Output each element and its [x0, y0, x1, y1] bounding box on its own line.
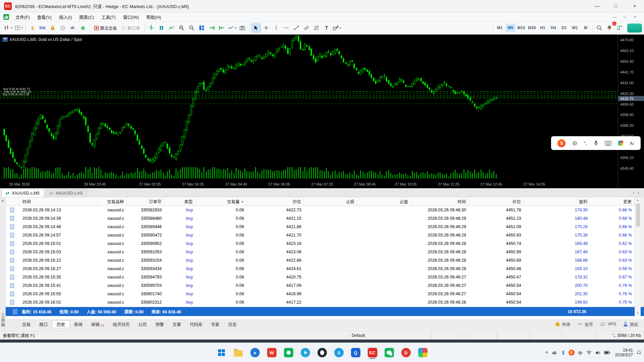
sogou-logo-icon[interactable]: S	[557, 139, 565, 147]
menu-item-4[interactable]: 工具(T)	[98, 12, 119, 21]
trade-levels-button[interactable]	[146, 23, 156, 33]
ime-language-toggle[interactable]: 中	[572, 140, 577, 147]
toolbox-tab-10[interactable]: 专家	[207, 320, 224, 328]
taskbar-app-wechat[interactable]	[384, 347, 395, 358]
vertical-line-tool-button[interactable]	[271, 23, 281, 33]
keyboard-icon[interactable]	[605, 141, 611, 146]
history-row[interactable]: 2026.03.26 09:15:41xauusd.c335599703buy0…	[6, 281, 635, 290]
column-header-9[interactable]: 价位	[469, 197, 524, 206]
column-header-4[interactable]: 交易量▲	[196, 197, 247, 206]
taskbar-app-wps[interactable]: W	[266, 347, 278, 358]
mdi-close-button[interactable]: ×	[631, 13, 639, 20]
chart-canvas[interactable]	[0, 35, 618, 188]
tile-windows-button[interactable]	[197, 23, 207, 33]
notification-center-icon[interactable]	[637, 350, 641, 355]
horizontal-line-tool-button[interactable]	[281, 23, 291, 33]
bluetooth-icon[interactable]	[561, 350, 565, 355]
crosshair-tool-button[interactable]	[261, 23, 271, 33]
toolbox-tab-signals[interactable]: 信号	[578, 321, 593, 327]
tab-scroll-left-icon[interactable]: ‹	[633, 190, 635, 195]
timeframe-m30[interactable]: M30	[527, 24, 537, 32]
ime-ai-button[interactable]: Aı	[630, 141, 634, 146]
screenshot-button[interactable]	[237, 23, 247, 33]
taskbar-app-telegram[interactable]	[300, 347, 311, 358]
chart-plot[interactable]: XAUUSD.c,M5: Gold vs US Dollar / Spot bu…	[0, 35, 618, 188]
timeframe-h1[interactable]: H1	[538, 24, 548, 32]
toolbox-tab-11[interactable]: 日志	[224, 320, 241, 328]
channel-tool-button[interactable]	[301, 23, 311, 33]
toolbox-tab-7[interactable]: 预警	[151, 320, 168, 328]
ime-punctuation-toggle[interactable]: °,	[584, 140, 587, 146]
timeframe-m15[interactable]: M15	[516, 24, 526, 32]
column-header-5[interactable]: 价位	[247, 197, 304, 206]
mdi-restore-button[interactable]: □	[621, 13, 629, 20]
text-tool-button[interactable]: T	[321, 23, 332, 33]
history-row[interactable]: 2026.03.26 09:14:39xauusd.c335588480buy0…	[6, 214, 635, 223]
timeframe-h4[interactable]: H4	[548, 24, 558, 32]
history-row[interactable]: 2026.03.26 09:15:55xauusd.c335601740buy0…	[6, 290, 635, 298]
toolbox-tab-0[interactable]: 交易	[18, 320, 35, 328]
column-header-7[interactable]: 止盈	[357, 197, 411, 206]
microphone-icon[interactable]	[594, 140, 598, 146]
auto-scroll-button[interactable]	[207, 23, 217, 33]
price-axis[interactable]: 4473.804463.104452.404441.704431.004420.…	[618, 35, 644, 188]
taskbar-app-blue[interactable]: Q	[350, 347, 361, 358]
toolbox-close-icon[interactable]: ×	[1, 199, 4, 203]
floating-teal-widget[interactable]	[627, 23, 642, 33]
taskbar-windows-logo[interactable]	[216, 347, 227, 358]
timeframe-m5[interactable]: M5	[505, 24, 515, 32]
history-row[interactable]: 2026.03.26 09:14:57xauusd.c335590472buy0…	[6, 231, 635, 240]
history-row[interactable]: 2026.03.26 09:15:35xauusd.c335594793buy0…	[6, 273, 635, 281]
timeframe-m1[interactable]: M1	[495, 24, 505, 32]
menu-item-0[interactable]: 文件(F)	[12, 12, 34, 21]
taskbar-app-colorful[interactable]	[417, 347, 429, 358]
battery-icon[interactable]	[604, 351, 610, 354]
taskbar-app-qq[interactable]	[316, 347, 328, 358]
zoom-in-button[interactable]	[177, 23, 187, 33]
chart-shift-button[interactable]	[217, 23, 227, 33]
toolbox-tab-vps[interactable]: VPS	[600, 322, 616, 326]
minimize-button[interactable]: —	[588, 0, 606, 12]
chart-tab-xauusd-m5[interactable]: XAUUSD.c,M5	[1, 189, 44, 197]
taskbar-app-dingtalk[interactable]: D	[400, 347, 412, 358]
toolbox-tab-market[interactable]: 市场	[555, 321, 570, 327]
column-header-10[interactable]: 盈利	[524, 197, 590, 206]
taskbar-app-skype[interactable]: S	[333, 347, 345, 358]
cloud-button[interactable]	[68, 23, 78, 33]
timeframe-w1[interactable]: W1	[570, 24, 580, 32]
column-header-6[interactable]: 止损	[304, 197, 357, 206]
ime-language-indicator[interactable]: 中	[578, 350, 583, 356]
ide-button[interactable]: IDE	[38, 23, 48, 33]
scrollbar-thumb[interactable]	[636, 203, 640, 227]
toolbox-tab-3[interactable]: 新闻	[70, 320, 87, 328]
market-watch-button[interactable]: $	[28, 23, 38, 33]
history-row[interactable]: 2026.03.26 09:15:01xauusd.c335590852buy0…	[6, 240, 635, 248]
close-button[interactable]: ×	[625, 0, 644, 12]
mdi-minimize-button[interactable]: —	[610, 13, 619, 20]
cursor-tool-button[interactable]	[251, 23, 261, 33]
ime-toolbox-icon[interactable]	[618, 141, 623, 146]
toolbox-tab-6[interactable]: 公司	[134, 320, 151, 328]
trendline-tool-button[interactable]	[291, 23, 301, 33]
history-row[interactable]: 2026.03.26 09:14:46xauusd.c335589446buy0…	[6, 223, 635, 231]
taskbar-clock[interactable]: 19:41 2026/3/27	[615, 348, 633, 357]
indicators-button[interactable]: ▾	[227, 23, 238, 33]
toolbox-tab-8[interactable]: 文章	[168, 320, 185, 328]
scroll-down-icon[interactable]: ▼	[637, 310, 639, 315]
maximize-button[interactable]: □	[606, 0, 625, 12]
taskbar-app-ec-markets[interactable]: EC	[367, 347, 378, 358]
taskbar-app-edge[interactable]: e	[249, 347, 261, 358]
column-header-0[interactable]: 时间	[18, 197, 97, 206]
menu-item-1[interactable]: 查看(V)	[34, 12, 55, 21]
toolbox-tab-9[interactable]: 代码库	[185, 320, 207, 328]
search-button[interactable]	[594, 23, 604, 33]
timeframe-m[interactable]: M	[581, 24, 591, 32]
menu-item-2[interactable]: 插入(I)	[55, 12, 76, 21]
timeframe-d1[interactable]: D1	[559, 24, 569, 32]
column-header-2[interactable]: 订单号	[127, 197, 164, 206]
toolbox-tab-5[interactable]: 经济日历	[108, 320, 134, 328]
taskbar-app-green-phone[interactable]	[283, 347, 294, 358]
algo-trading-status-button[interactable]	[58, 23, 68, 33]
column-header-8[interactable]: 时间	[411, 197, 469, 206]
profiles-button[interactable]: ▾	[13, 23, 24, 33]
